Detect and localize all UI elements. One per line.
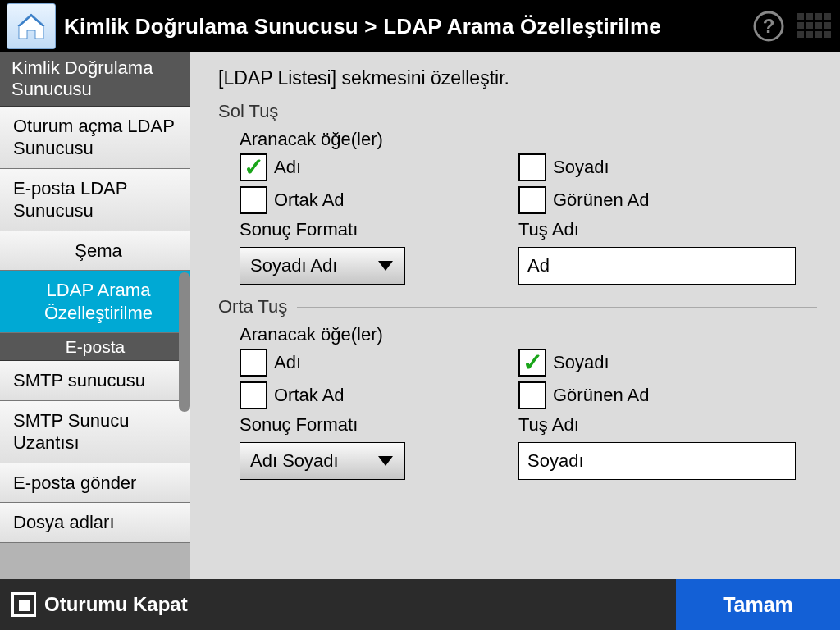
format-select-left[interactable]: Soyadı Adı bbox=[240, 247, 405, 285]
logout-label: Oturumu Kapat bbox=[44, 593, 188, 616]
ok-label: Tamam bbox=[723, 593, 793, 617]
help-icon: ? bbox=[752, 10, 785, 43]
svg-rect-12 bbox=[815, 31, 822, 38]
items-label-middle: Aranacak öğe(ler) bbox=[240, 324, 817, 345]
items-label-left: Aranacak öğe(ler) bbox=[240, 129, 817, 150]
keyname-label-left: Tuş Adı bbox=[518, 219, 797, 240]
svg-rect-4 bbox=[815, 13, 822, 20]
keyname-input-left[interactable]: Ad bbox=[518, 247, 796, 285]
sidebar-item-ldap-search-customize[interactable]: LDAP Arama Özelleştirilme bbox=[0, 271, 190, 333]
check-icon bbox=[240, 153, 267, 181]
svg-rect-5 bbox=[824, 13, 831, 20]
checkbox-label: Ortak Ad bbox=[274, 189, 345, 211]
ok-button[interactable]: Tamam bbox=[676, 579, 840, 630]
format-label-middle: Sonuç Formatı bbox=[240, 414, 518, 436]
input-value: Soyadı bbox=[527, 450, 584, 472]
svg-rect-8 bbox=[815, 22, 822, 29]
checkbox-common-name-middle[interactable]: Ortak Ad bbox=[240, 381, 518, 409]
check-icon bbox=[518, 153, 546, 181]
group-title-middle: Orta Tuş bbox=[218, 296, 287, 317]
checkbox-last-name-left[interactable]: Soyadı bbox=[518, 153, 789, 181]
sidebar-item-smtp-ext[interactable]: SMTP Sunucu Uzantısı bbox=[0, 401, 190, 463]
svg-rect-13 bbox=[824, 31, 831, 38]
input-value: Ad bbox=[527, 255, 550, 276]
sidebar-group-email: E-posta bbox=[0, 333, 190, 361]
help-button[interactable]: ? bbox=[748, 6, 789, 47]
keyboard-icon bbox=[797, 13, 832, 39]
divider bbox=[288, 112, 817, 112]
group-title-left: Sol Tuş bbox=[218, 101, 278, 122]
check-icon bbox=[518, 381, 546, 409]
checkbox-display-name-middle[interactable]: Görünen Ad bbox=[518, 381, 789, 409]
checkbox-label: Görünen Ad bbox=[553, 189, 649, 211]
chevron-down-icon bbox=[378, 261, 393, 271]
checkbox-label: Adı bbox=[274, 157, 301, 178]
checkbox-last-name-middle[interactable]: Soyadı bbox=[518, 349, 789, 377]
format-label-left: Sonuç Formatı bbox=[240, 219, 518, 240]
svg-rect-6 bbox=[797, 22, 804, 29]
sidebar-item-send-email[interactable]: E-posta gönder bbox=[0, 463, 190, 504]
check-icon bbox=[240, 381, 267, 409]
svg-rect-7 bbox=[806, 22, 813, 29]
checkbox-first-name-middle[interactable]: Adı bbox=[240, 349, 518, 377]
svg-rect-2 bbox=[797, 13, 804, 20]
keyboard-button[interactable] bbox=[794, 6, 835, 47]
chevron-down-icon bbox=[378, 456, 393, 466]
check-icon bbox=[518, 186, 546, 214]
checkbox-common-name-left[interactable]: Ortak Ad bbox=[240, 186, 518, 214]
sidebar: Kimlik Doğrulama Sunucusu Oturum açma LD… bbox=[0, 52, 190, 579]
home-icon bbox=[15, 10, 48, 43]
select-value: Soyadı Adı bbox=[250, 255, 337, 276]
checkbox-label: Soyadı bbox=[553, 352, 609, 373]
logout-icon bbox=[11, 592, 36, 617]
logout-button[interactable]: Oturumu Kapat bbox=[0, 579, 199, 630]
check-icon bbox=[518, 349, 546, 377]
checkbox-label: Görünen Ad bbox=[553, 385, 649, 406]
check-icon bbox=[240, 186, 267, 214]
breadcrumb-title: Kimlik Doğrulama Sunucusu > LDAP Arama Ö… bbox=[64, 14, 748, 39]
select-value: Adı Soyadı bbox=[250, 450, 339, 472]
checkbox-label: Soyadı bbox=[553, 157, 609, 178]
checkbox-display-name-left[interactable]: Görünen Ad bbox=[518, 186, 789, 214]
sidebar-group-auth: Kimlik Doğrulama Sunucusu bbox=[0, 52, 190, 107]
check-icon bbox=[240, 349, 267, 377]
svg-rect-3 bbox=[806, 13, 813, 20]
group-middle-key: Orta Tuş Aranacak öğe(ler) Adı Soyadı bbox=[218, 296, 817, 480]
sidebar-item-schema[interactable]: Şema bbox=[0, 231, 190, 272]
sidebar-item-login-ldap[interactable]: Oturum açma LDAP Sunucusu bbox=[0, 107, 190, 169]
checkbox-first-name-left[interactable]: Adı bbox=[240, 153, 518, 181]
sidebar-scrollbar[interactable] bbox=[179, 272, 190, 412]
page-intro: [LDAP Listesi] sekmesini özelleştir. bbox=[218, 67, 817, 89]
svg-rect-10 bbox=[797, 31, 804, 38]
svg-rect-11 bbox=[806, 31, 813, 38]
sidebar-item-email-ldap[interactable]: E-posta LDAP Sunucusu bbox=[0, 169, 190, 231]
keyname-input-middle[interactable]: Soyadı bbox=[518, 442, 796, 480]
group-left-key: Sol Tuş Aranacak öğe(ler) Adı Soyadı bbox=[218, 101, 817, 285]
sidebar-item-filenames[interactable]: Dosya adları bbox=[0, 503, 190, 543]
sidebar-item-smtp-server[interactable]: SMTP sunucusu bbox=[0, 361, 190, 401]
svg-rect-9 bbox=[824, 22, 831, 29]
keyname-label-middle: Tuş Adı bbox=[518, 414, 797, 436]
divider bbox=[297, 307, 817, 308]
content-pane: [LDAP Listesi] sekmesini özelleştir. Sol… bbox=[190, 52, 840, 579]
checkbox-label: Adı bbox=[274, 352, 301, 373]
format-select-middle[interactable]: Adı Soyadı bbox=[240, 442, 405, 480]
checkbox-label: Ortak Ad bbox=[274, 385, 345, 406]
svg-text:?: ? bbox=[763, 15, 775, 37]
header: Kimlik Doğrulama Sunucusu > LDAP Arama Ö… bbox=[0, 0, 840, 52]
home-button[interactable] bbox=[7, 3, 56, 49]
footer: Oturumu Kapat Tamam bbox=[0, 579, 840, 630]
